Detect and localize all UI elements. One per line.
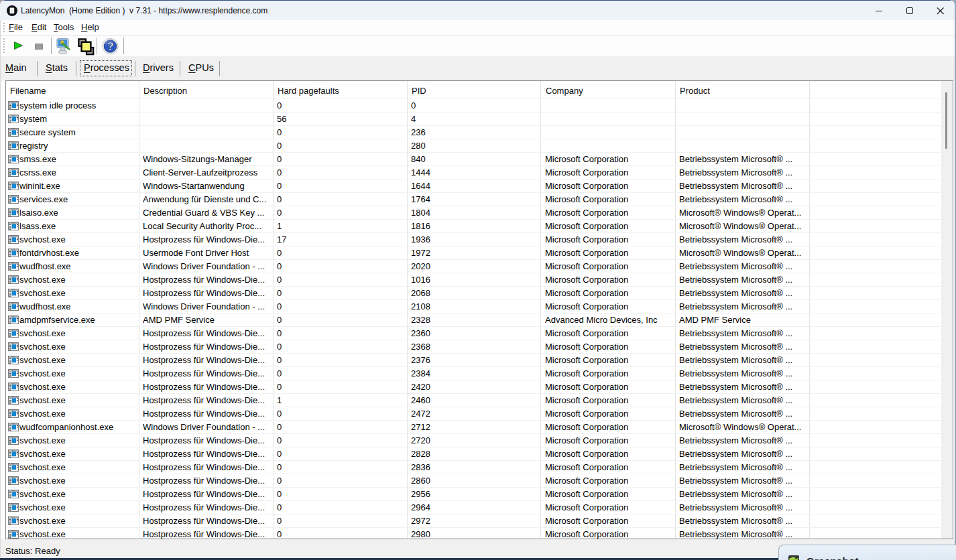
svg-text:?: ? <box>107 40 113 53</box>
